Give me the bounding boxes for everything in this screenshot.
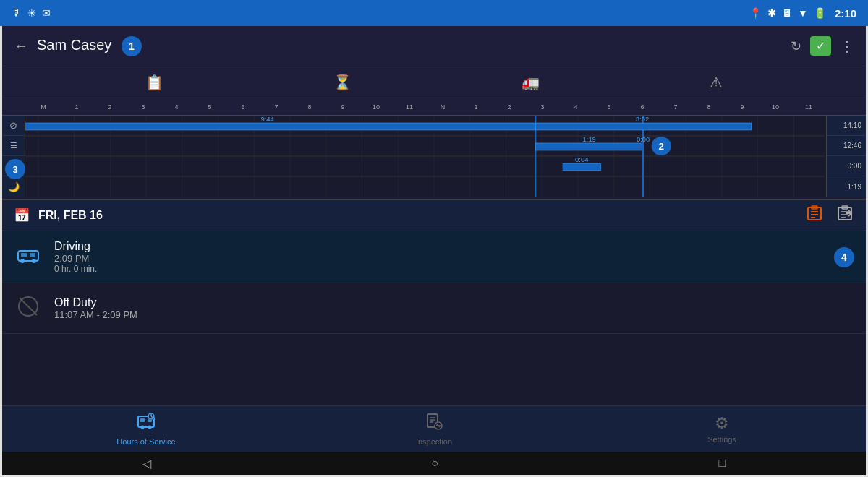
nav-item-hours-of-service[interactable]: Hours of Service: [2, 412, 290, 446]
time-label-4: 4: [160, 103, 193, 111]
duration-row-3: 0:00: [827, 156, 866, 176]
driving-time: 2:09 PM: [54, 253, 828, 264]
time-label-1: 1: [60, 103, 93, 111]
offduty-time-range: 11:07 AM - 2:09 PM: [54, 309, 854, 320]
svg-point-61: [148, 426, 152, 429]
driving-entry-icon: [14, 244, 43, 271]
status-bar-left: 🎙 ✳ ✉: [12, 7, 51, 19]
back-system-button[interactable]: ◁: [142, 457, 151, 470]
offduty-title: Off Duty: [54, 296, 854, 309]
export-log-button[interactable]: [835, 204, 854, 227]
clipboard-icon: 📋: [145, 74, 163, 91]
time-label-3: 3: [127, 103, 160, 111]
bluetooth-icon: ✱: [767, 7, 776, 19]
home-system-button[interactable]: ○: [431, 457, 438, 470]
display-icon: 🖥: [782, 7, 792, 19]
confirm-button[interactable]: ✓: [810, 36, 831, 56]
time-label-pm4: 4: [559, 103, 592, 111]
date-bar: 📅 FRI, FEB 16: [2, 199, 866, 231]
timeline-svg-container: 9:44 1:19 3:02 0:04 0:00 2: [2, 116, 866, 199]
nav-item-inspection[interactable]: Inspection: [290, 412, 578, 446]
recents-system-button[interactable]: □: [719, 457, 726, 470]
calendar-icon: 📅: [14, 207, 30, 223]
time-label-7: 7: [260, 103, 293, 111]
header: ← Sam Casey 1 ↻ ✓ ⋮: [2, 26, 866, 66]
more-options-button[interactable]: ⋮: [840, 38, 854, 55]
inspection-label: Inspection: [416, 437, 452, 446]
mail-icon: ✉: [42, 7, 51, 19]
time-label-pm6: 6: [626, 103, 659, 111]
time-label-5: 5: [193, 103, 226, 111]
svg-text:3:02: 3:02: [636, 116, 649, 123]
time-axis-header: M 1 2 3 4 5 6 7 8 9 10 11 N 1 2 3 4 5 6 …: [2, 98, 866, 116]
svg-rect-30: [535, 143, 643, 150]
time-label-pm11: 11: [792, 103, 825, 111]
badge-3: 3: [5, 159, 25, 179]
log-entry-driving-details: Driving 2:09 PM 0 hr. 0 min.: [54, 240, 828, 274]
time-label-pm5: 5: [592, 103, 626, 111]
date-bar-actions: [805, 204, 854, 227]
svg-rect-35: [563, 163, 600, 171]
badge-1: 1: [122, 36, 142, 56]
time-label-pm3: 3: [526, 103, 559, 111]
time-label-pm9: 9: [726, 103, 759, 111]
accessibility-icon: ✳: [27, 7, 36, 19]
log-grid: M 1 2 3 4 5 6 7 8 9 10 11 N 1 2 3 4 5 6 …: [2, 98, 866, 199]
row-icons-column: ⊘ ☰ 🚛 🌙: [2, 116, 25, 197]
log-entry-offduty-details: Off Duty 11:07 AM - 2:09 PM: [54, 296, 854, 320]
time-label-pm1: 1: [459, 103, 493, 111]
inspection-icon: [425, 412, 443, 435]
svg-text:2: 2: [658, 141, 664, 152]
hours-of-service-icon: [137, 412, 156, 435]
svg-rect-56: [30, 253, 35, 257]
back-button[interactable]: ←: [14, 38, 28, 54]
driving-title: Driving: [54, 240, 828, 253]
hours-of-service-label: Hours of Service: [116, 437, 175, 446]
time-display: 2:10: [835, 7, 856, 20]
time-label-pm8: 8: [692, 103, 726, 111]
time-label-11: 11: [393, 103, 426, 111]
mic-icon: 🎙: [12, 7, 22, 19]
time-label-2: 2: [93, 103, 127, 111]
time-label-M: M: [27, 103, 60, 111]
time-label-9: 9: [326, 103, 359, 111]
time-label-pm7: 7: [659, 103, 692, 111]
log-entry-offduty[interactable]: Off Duty 11:07 AM - 2:09 PM: [2, 283, 866, 334]
refresh-button[interactable]: ↻: [791, 38, 801, 54]
settings-label: Settings: [707, 435, 736, 444]
top-icons-row: 📋 ⏳ 🚛 ⚠: [2, 66, 866, 98]
svg-text:1:19: 1:19: [583, 136, 596, 143]
row-icon-onduty: 🌙: [2, 176, 25, 197]
time-label-10: 10: [359, 103, 393, 111]
duration-row-1: 14:10: [827, 116, 866, 136]
wifi-icon: ▼: [798, 7, 808, 19]
battery-icon: 🔋: [814, 7, 826, 19]
time-labels: M 1 2 3 4 5 6 7 8 9 10 11 N 1 2 3 4 5 6 …: [25, 103, 825, 111]
svg-text:0:04: 0:04: [575, 156, 588, 163]
header-actions: ↻ ✓ ⋮: [791, 36, 854, 56]
time-label-N: N: [426, 103, 459, 111]
nav-item-settings[interactable]: ⚙ Settings: [578, 414, 866, 444]
time-label-pm2: 2: [493, 103, 526, 111]
svg-rect-62: [140, 418, 145, 422]
svg-rect-55: [21, 253, 27, 257]
row-icon-sleeper: ☰: [2, 136, 25, 156]
svg-point-54: [32, 259, 36, 263]
duration-row-2: 12:46: [827, 136, 866, 156]
svg-text:0:00: 0:00: [637, 136, 650, 143]
duration-row-4: 1:19: [827, 176, 866, 197]
svg-line-58: [20, 298, 37, 315]
time-label-6: 6: [226, 103, 260, 111]
svg-point-60: [141, 426, 145, 429]
log-entry-driving[interactable]: Driving 2:09 PM 0 hr. 0 min. 4: [2, 231, 866, 283]
status-bar-right: 📍 ✱ 🖥 ▼ 🔋 2:10: [749, 7, 856, 20]
edit-log-button[interactable]: [805, 204, 824, 227]
warning-icon: ⚠: [710, 74, 723, 91]
svg-text:9:44: 9:44: [260, 116, 273, 123]
time-label-8: 8: [293, 103, 326, 111]
settings-icon: ⚙: [715, 414, 729, 433]
badge-4: 4: [834, 247, 854, 267]
location-icon: 📍: [749, 7, 762, 19]
row-icon-offduty: ⊘: [2, 116, 25, 136]
svg-rect-33: [535, 123, 752, 130]
